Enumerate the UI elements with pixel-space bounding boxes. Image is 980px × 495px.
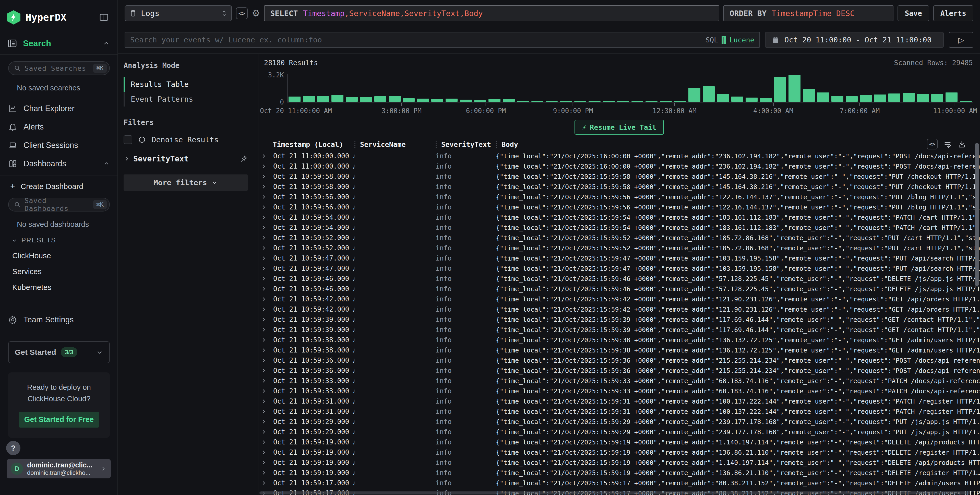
column-header-severitytext[interactable]: SeverityText xyxy=(436,140,496,148)
saved-dashboards-input[interactable]: Saved Dashboards ⌘K xyxy=(8,198,110,212)
expand-row-chevron-icon[interactable] xyxy=(261,276,270,282)
column-resize-handle[interactable] xyxy=(496,141,497,148)
expand-row-chevron-icon[interactable] xyxy=(261,327,270,333)
expand-row-chevron-icon[interactable] xyxy=(261,470,270,476)
log-row[interactable]: Oct 21 10:59:33.000 AM info {"time_local… xyxy=(258,386,980,396)
log-row[interactable]: Oct 21 10:59:42.000 AM info {"time_local… xyxy=(258,294,980,304)
log-row[interactable]: Oct 21 10:59:38.000 AM info {"time_local… xyxy=(258,335,980,345)
log-row[interactable]: Oct 21 10:59:38.000 AM info {"time_local… xyxy=(258,345,980,355)
expand-row-chevron-icon[interactable] xyxy=(261,296,270,302)
select-clause-input[interactable]: SELECT Timestamp,ServiceName,SeverityTex… xyxy=(264,5,719,21)
log-row[interactable]: Oct 21 10:59:56.000 AM info {"time_local… xyxy=(258,192,980,202)
expand-row-chevron-icon[interactable] xyxy=(261,245,270,251)
get-started-free-button[interactable]: Get Started for Free xyxy=(19,412,99,428)
expand-row-chevron-icon[interactable] xyxy=(261,255,270,261)
expand-row-chevron-icon[interactable] xyxy=(261,153,270,159)
sidebar-item-team-settings[interactable]: Team Settings xyxy=(8,315,118,325)
log-row[interactable]: Oct 21 11:00:00.000 AM info {"time_local… xyxy=(258,151,980,161)
expand-row-chevron-icon[interactable] xyxy=(261,194,270,200)
expand-row-chevron-icon[interactable] xyxy=(261,409,270,414)
expand-row-chevron-icon[interactable] xyxy=(261,337,270,343)
log-row[interactable]: Oct 21 10:59:19.000 AM info {"time_local… xyxy=(258,468,980,478)
order-by-input[interactable]: ORDER BY TimestampTime DESC xyxy=(723,5,893,21)
expand-row-chevron-icon[interactable] xyxy=(261,398,270,404)
log-row[interactable]: Oct 21 10:59:58.000 AM info {"time_local… xyxy=(258,181,980,192)
expand-row-chevron-icon[interactable] xyxy=(261,184,270,189)
log-row[interactable]: Oct 21 10:59:54.000 AM info {"time_local… xyxy=(258,212,980,223)
expand-row-chevron-icon[interactable] xyxy=(261,286,270,292)
log-row[interactable]: Oct 21 10:59:56.000 AM info {"time_local… xyxy=(258,202,980,212)
sidebar-item-search[interactable]: Search xyxy=(0,24,118,55)
expand-row-chevron-icon[interactable] xyxy=(261,347,270,353)
expand-row-chevron-icon[interactable] xyxy=(261,439,270,445)
more-filters-button[interactable]: More filters xyxy=(124,175,248,191)
log-row[interactable]: Oct 21 10:59:19.000 AM info {"time_local… xyxy=(258,437,980,447)
horizontal-scrollbar[interactable] xyxy=(259,492,970,495)
log-row[interactable]: Oct 21 10:59:31.000 AM info {"time_local… xyxy=(258,406,980,417)
log-row[interactable]: Oct 21 10:59:42.000 AM info {"time_local… xyxy=(258,304,980,314)
expand-row-chevron-icon[interactable] xyxy=(261,388,270,394)
log-row[interactable]: Oct 21 10:59:19.000 AM info {"time_local… xyxy=(258,457,980,468)
expand-row-chevron-icon[interactable] xyxy=(261,368,270,373)
expand-row-chevron-icon[interactable] xyxy=(261,480,270,486)
log-row[interactable]: Oct 21 10:59:52.000 AM info {"time_local… xyxy=(258,233,980,243)
expand-row-chevron-icon[interactable] xyxy=(261,378,270,384)
resume-live-tail-button[interactable]: ⚡ Resume Live Tail xyxy=(574,120,664,135)
expand-row-chevron-icon[interactable] xyxy=(261,317,270,322)
log-row[interactable]: Oct 21 10:59:29.000 AM info {"time_local… xyxy=(258,417,980,427)
expand-row-chevron-icon[interactable] xyxy=(261,307,270,312)
vertical-scrollbar[interactable] xyxy=(975,143,979,286)
log-row[interactable]: Oct 21 10:59:36.000 AM info {"time_local… xyxy=(258,366,980,376)
expand-row-chevron-icon[interactable] xyxy=(261,450,270,455)
source-select[interactable]: Logs xyxy=(125,5,232,21)
column-header-body[interactable]: Body xyxy=(496,140,980,148)
expand-row-chevron-icon[interactable] xyxy=(261,164,270,169)
filter-group-severitytext[interactable]: SeverityText xyxy=(124,154,248,163)
expand-row-chevron-icon[interactable] xyxy=(261,429,270,435)
log-row[interactable]: Oct 21 10:59:52.000 AM info {"time_local… xyxy=(258,243,980,253)
lang-toggle-lucene[interactable]: Lucene xyxy=(729,36,754,44)
download-icon[interactable] xyxy=(958,140,966,148)
help-button[interactable]: ? xyxy=(6,441,21,455)
alerts-button[interactable]: Alerts xyxy=(933,5,974,21)
denoise-checkbox[interactable] xyxy=(124,135,132,144)
log-row[interactable]: Oct 21 10:59:39.000 AM info {"time_local… xyxy=(258,325,980,335)
expand-row-chevron-icon[interactable] xyxy=(261,204,270,210)
expand-row-chevron-icon[interactable] xyxy=(261,225,270,231)
log-row[interactable]: Oct 21 10:59:36.000 AM info {"time_local… xyxy=(258,355,980,366)
preset-clickhouse[interactable]: ClickHouse xyxy=(12,251,118,260)
tab-event-patterns[interactable]: Event Patterns xyxy=(124,92,248,107)
create-dashboard-button[interactable]: + Create Dashboard xyxy=(0,175,118,191)
lang-toggle-sql[interactable]: SQL xyxy=(705,36,718,44)
log-row[interactable]: Oct 21 10:59:31.000 AM info {"time_local… xyxy=(258,396,980,406)
log-row[interactable]: Oct 21 10:59:54.000 AM info {"time_local… xyxy=(258,223,980,233)
preset-services[interactable]: Services xyxy=(12,267,118,276)
log-row[interactable]: Oct 21 10:59:17.000 AM info {"time_local… xyxy=(258,478,980,488)
column-header-timestamp[interactable]: Timestamp (Local) xyxy=(270,140,355,148)
get-started-toggle[interactable]: Get Started 3/3 xyxy=(8,341,110,363)
wrap-lines-icon[interactable] xyxy=(943,140,952,148)
column-resize-handle[interactable] xyxy=(436,141,437,148)
run-query-button[interactable]: ▷ xyxy=(949,32,974,48)
expand-row-chevron-icon[interactable] xyxy=(261,358,270,363)
expand-row-chevron-icon[interactable] xyxy=(261,173,270,179)
presets-toggle[interactable]: PRESETS xyxy=(11,236,118,244)
log-row[interactable]: Oct 21 10:59:46.000 AM info {"time_local… xyxy=(258,284,980,294)
log-row[interactable]: Oct 21 10:59:46.000 AM info {"time_local… xyxy=(258,274,980,284)
expand-row-chevron-icon[interactable] xyxy=(261,266,270,271)
tab-results-table[interactable]: Results Table xyxy=(124,77,248,92)
log-row[interactable]: Oct 21 10:59:39.000 AM info {"time_local… xyxy=(258,314,980,325)
raw-mode-icon[interactable]: <> xyxy=(927,139,938,150)
log-row[interactable]: Oct 21 11:00:00.000 AM info {"time_local… xyxy=(258,161,980,171)
log-row[interactable]: Oct 21 10:59:47.000 AM info {"time_local… xyxy=(258,263,980,274)
sidebar-item-alerts[interactable]: Alerts xyxy=(0,118,118,136)
sidebar-item-client-sessions[interactable]: Client Sessions xyxy=(0,136,118,154)
user-menu[interactable]: D dominic.tran@clic... dominic.tran@clic… xyxy=(6,459,111,478)
log-row[interactable]: Oct 21 10:59:19.000 AM info {"time_local… xyxy=(258,447,980,457)
collapse-sidebar-icon[interactable] xyxy=(98,12,110,23)
pin-icon[interactable] xyxy=(240,155,248,163)
sidebar-item-dashboards[interactable]: Dashboards xyxy=(0,154,118,173)
log-row[interactable]: Oct 21 10:59:58.000 AM info {"time_local… xyxy=(258,171,980,181)
column-resize-handle[interactable] xyxy=(355,141,355,148)
log-row[interactable]: Oct 21 10:59:47.000 AM info {"time_local… xyxy=(258,253,980,263)
